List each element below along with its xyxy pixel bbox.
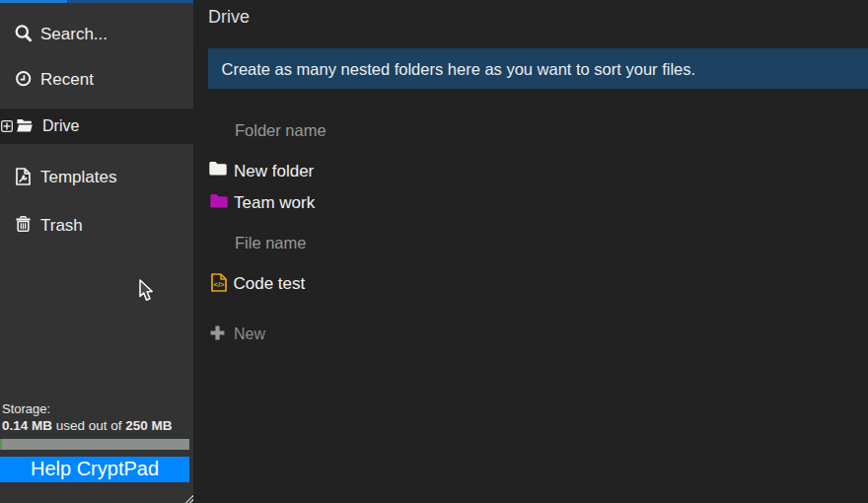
svg-text:</>: </> — [213, 280, 224, 289]
